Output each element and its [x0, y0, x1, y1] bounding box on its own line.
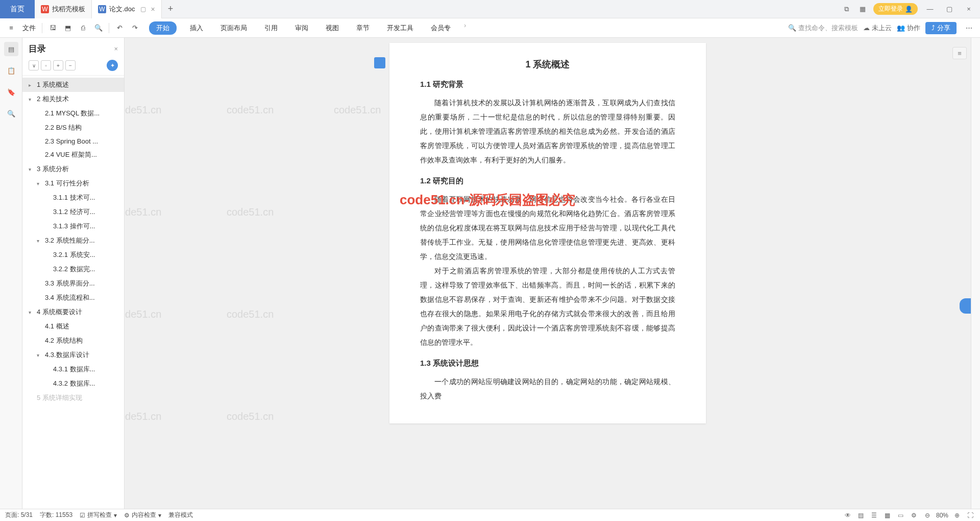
toc-item-label: 5 系统详细实现	[37, 393, 82, 402]
export-icon[interactable]: ⬒	[61, 21, 75, 35]
toc-item[interactable]: 2.2 B/S 结构	[22, 121, 124, 135]
document-area[interactable]: ≡ code51.cn code51.cn code51.cn code51.c…	[125, 38, 971, 509]
toc-item[interactable]: ▾4.3.数据库设计	[22, 348, 124, 362]
clipboard-icon[interactable]: 📋	[4, 63, 18, 78]
layout-icon[interactable]: ⧉	[841, 4, 852, 15]
doc-tab-template[interactable]: W 找稻壳模板	[35, 0, 92, 18]
toc-item[interactable]: ▸1 系统概述	[22, 78, 124, 92]
toc-item[interactable]: 3.1.2 经济可...	[22, 205, 124, 219]
toc-item[interactable]: ▾3.2 系统性能分...	[22, 233, 124, 248]
title-bar: 首页 W 找稻壳模板 W 论文.doc ▢ × + ⧉ ▦ 立即登录 👤 — ▢…	[0, 0, 980, 18]
toc-collapse-all[interactable]: ∨	[29, 60, 39, 70]
toc-item[interactable]: 3.2.2 数据完...	[22, 262, 124, 276]
minimize-button[interactable]: —	[923, 2, 937, 16]
toc-item[interactable]: 2.4 VUE 框架简...	[22, 148, 124, 162]
zoom-in-icon[interactable]: ⊕	[952, 511, 962, 520]
settings-icon[interactable]: ⚙	[910, 511, 919, 520]
outline-icon[interactable]: ▤	[4, 42, 18, 56]
print-icon[interactable]: ⎙	[76, 21, 90, 35]
add-tab-button[interactable]: +	[162, 4, 180, 14]
view-web-icon[interactable]: ▦	[883, 511, 892, 520]
toc-close-icon[interactable]: ×	[114, 45, 118, 53]
toc-item[interactable]: ▾4 系统概要设计	[22, 305, 124, 319]
toc-item-label: 3 系统分析	[37, 164, 69, 174]
tab-sections[interactable]: 章节	[352, 21, 374, 35]
redo-icon[interactable]: ↷	[128, 21, 142, 35]
tab-devtools[interactable]: 开发工具	[383, 21, 418, 35]
toc-item[interactable]: 3.1.1 技术可...	[22, 191, 124, 205]
doc-tab-active[interactable]: W 论文.doc ▢ ×	[92, 0, 162, 18]
toc-level-btn[interactable]: ▫	[41, 60, 51, 70]
view-page-icon[interactable]: ▤	[856, 511, 866, 520]
ribbon-tabs: 开始 插入 页面布局 引用 审阅 视图 章节 开发工具 会员专 ›	[149, 21, 466, 35]
toc-shrink-btn[interactable]: −	[65, 60, 76, 70]
toc-expand-btn[interactable]: +	[53, 60, 63, 70]
tab-window-icon[interactable]: ▢	[140, 6, 146, 13]
tab-review[interactable]: 审阅	[291, 21, 312, 35]
content-check[interactable]: ⚙内容检查▾	[124, 511, 161, 519]
chevron-right-icon[interactable]: ›	[464, 21, 466, 35]
undo-icon[interactable]: ↶	[112, 21, 127, 35]
toc-item[interactable]: 3.2.1 系统安...	[22, 248, 124, 262]
tab-references[interactable]: 引用	[260, 21, 282, 35]
apps-icon[interactable]: ▦	[857, 4, 868, 15]
home-tab[interactable]: 首页	[0, 0, 35, 18]
page-marker-icon[interactable]	[374, 57, 385, 68]
chevron-icon: ▾	[37, 181, 43, 186]
find-icon[interactable]: 🔍	[4, 106, 18, 121]
collab-button[interactable]: 👥 协作	[897, 23, 920, 33]
bookmark-icon[interactable]: 🔖	[4, 85, 18, 99]
toc-item-label: 1 系统概述	[37, 80, 69, 89]
toc-item[interactable]: 5 系统详细实现	[22, 391, 124, 405]
close-icon[interactable]: ×	[151, 5, 155, 13]
toc-item[interactable]: 2.1 MYSQL 数据...	[22, 106, 124, 121]
menu-icon[interactable]: ≡	[4, 21, 18, 35]
fit-icon[interactable]: ⛶	[966, 511, 975, 520]
word-count[interactable]: 字数: 11553	[40, 511, 72, 519]
user-icon: 👤	[905, 6, 913, 13]
tab-view[interactable]: 视图	[322, 21, 343, 35]
zoom-level[interactable]: 80%	[936, 512, 948, 519]
more-icon[interactable]: ⋯	[962, 21, 976, 35]
right-scrollbar[interactable]	[971, 38, 980, 509]
preview-icon[interactable]: 🔍	[91, 21, 106, 35]
toc-item[interactable]: 4.2 系统结构	[22, 334, 124, 348]
tab-label: 找稻壳模板	[52, 5, 85, 14]
toc-item-label: 3.2.1 系统安...	[53, 250, 95, 259]
ai-assistant-icon[interactable]: ✦	[107, 60, 118, 71]
view-read-icon[interactable]: ▭	[896, 511, 905, 520]
zoom-out-icon[interactable]: ⊖	[923, 511, 932, 520]
toc-item[interactable]: 4.1 概述	[22, 319, 124, 334]
toc-item[interactable]: 3.4 系统流程和...	[22, 291, 124, 305]
maximize-button[interactable]: ▢	[942, 2, 957, 16]
save-icon[interactable]: 🖫	[45, 21, 60, 35]
toc-item-label: 2 相关技术	[37, 94, 69, 104]
toc-item[interactable]: 3.1.3 操作可...	[22, 219, 124, 233]
toc-item[interactable]: 4.3.2 数据库...	[22, 376, 124, 391]
toc-item[interactable]: 2.3 Spring Boot ...	[22, 135, 124, 148]
toc-item[interactable]: ▾3 系统分析	[22, 162, 124, 176]
toc-item-label: 4.1 概述	[45, 322, 69, 331]
tab-layout[interactable]: 页面布局	[216, 21, 251, 35]
toc-item[interactable]: 4.3.1 数据库...	[22, 362, 124, 376]
view-eye-icon[interactable]: 👁	[843, 511, 852, 520]
login-button[interactable]: 立即登录 👤	[873, 3, 918, 15]
page-indicator[interactable]: 页面: 5/31	[5, 511, 33, 519]
close-button[interactable]: ×	[962, 2, 976, 16]
tab-start[interactable]: 开始	[149, 21, 177, 35]
tab-insert[interactable]: 插入	[186, 21, 207, 35]
tab-member[interactable]: 会员专	[427, 21, 455, 35]
toc-item[interactable]: ▾3.1 可行性分析	[22, 176, 124, 191]
toc-item-label: 4.2 系统结构	[45, 336, 83, 345]
file-menu[interactable]: 文件	[19, 21, 39, 35]
compat-mode[interactable]: 兼容模式	[168, 511, 193, 519]
share-button[interactable]: ⤴ 分享	[925, 22, 957, 34]
toc-item[interactable]: ▾2 相关技术	[22, 92, 124, 106]
toc-item[interactable]: 3.3 系统界面分...	[22, 276, 124, 291]
side-panel-toggle[interactable]: ≡	[952, 47, 967, 59]
cloud-status[interactable]: ☁ 未上云	[863, 23, 892, 33]
spell-check[interactable]: ☑拼写检查▾	[80, 511, 117, 519]
command-search[interactable]: 🔍 查找命令、搜索模板	[788, 23, 858, 33]
view-outline-icon[interactable]: ☰	[870, 511, 879, 520]
side-bubble[interactable]	[960, 298, 971, 314]
